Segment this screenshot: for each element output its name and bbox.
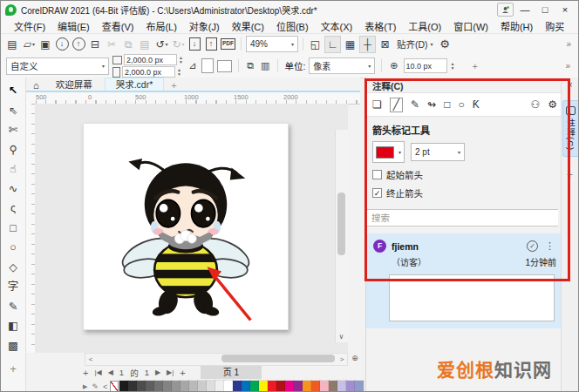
- color-swatch[interactable]: [337, 381, 346, 392]
- comment-item[interactable]: F fjiemn ✓ ⋮ （访客） 1分钟前: [366, 233, 563, 328]
- shape-tool[interactable]: ⇖: [4, 103, 22, 118]
- width-stepper[interactable]: ▲▼: [179, 56, 183, 64]
- paste-button[interactable]: ▤: [138, 37, 153, 52]
- palette-scroll-left-icon[interactable]: <: [101, 382, 109, 391]
- color-swatch[interactable]: [146, 381, 154, 392]
- menu-item[interactable]: 效果(C): [226, 19, 270, 33]
- page-1-tab[interactable]: 页 1: [201, 366, 262, 379]
- color-swatch[interactable]: [215, 381, 224, 392]
- tab-welcome-screen[interactable]: 欢迎屏幕: [45, 78, 103, 91]
- color-swatch[interactable]: [259, 381, 268, 392]
- redo-button[interactable]: ↻▾: [171, 37, 186, 52]
- close-button[interactable]: ×: [556, 3, 574, 17]
- interactive-fill-tool[interactable]: ◧: [4, 318, 22, 334]
- zoom-tool[interactable]: ⚲: [4, 142, 22, 158]
- document-page[interactable]: [83, 123, 289, 330]
- marker-tool-icon[interactable]: ↬: [427, 98, 436, 111]
- polyline-note-tool-icon[interactable]: Ƙ: [473, 98, 480, 111]
- menu-item[interactable]: 文本(X): [315, 19, 359, 33]
- export-button[interactable]: ↑: [204, 37, 219, 52]
- undo-button[interactable]: ↺▾: [154, 37, 169, 52]
- customize-toolbox-button[interactable]: +: [10, 362, 17, 375]
- propertybar-overflow-button[interactable]: »: [562, 61, 573, 71]
- color-swatch[interactable]: [172, 381, 181, 392]
- add-button[interactable]: +: [471, 61, 480, 71]
- vertical-scrollbar[interactable]: ∨: [335, 130, 348, 342]
- toolbar-overflow-button[interactable]: »: [563, 39, 574, 49]
- drawing-canvas[interactable]: ∨: [35, 104, 348, 353]
- all-pages-icon[interactable]: ⧉: [245, 60, 255, 71]
- menu-item[interactable]: 对象(J): [183, 19, 226, 33]
- open-button[interactable]: ▱▾: [22, 37, 37, 52]
- comments-docker-tab[interactable]: 注释(C): [562, 100, 578, 157]
- scroll-right-icon[interactable]: >: [337, 355, 347, 363]
- zoom-scrollbar-icon[interactable]: ⊕: [349, 353, 361, 364]
- units-dropdown[interactable]: 像素 ▾: [309, 57, 375, 74]
- first-page-button[interactable]: |◀: [94, 368, 101, 376]
- menu-item[interactable]: 表格(T): [358, 19, 402, 33]
- menu-item[interactable]: 布局(L): [140, 19, 182, 33]
- resolve-check-icon[interactable]: ✓: [527, 240, 538, 252]
- menu-item[interactable]: 工具(O): [402, 19, 447, 33]
- freehand-tool[interactable]: ∿: [4, 181, 22, 197]
- last-page-button[interactable]: ▶|: [167, 368, 174, 376]
- docker-close-icon[interactable]: ×: [567, 79, 572, 90]
- mesh-fill-tool[interactable]: ▩: [4, 338, 22, 354]
- snap-dropdown[interactable]: 贴齐(D) ▾: [394, 37, 436, 51]
- color-swatch[interactable]: [224, 381, 233, 392]
- page-preset-dropdown[interactable]: 自定义 ▾: [6, 57, 109, 75]
- color-swatch[interactable]: [119, 381, 128, 392]
- color-swatch[interactable]: [346, 381, 355, 392]
- tab-document[interactable]: 哭求.cdr*: [105, 78, 165, 91]
- color-swatch[interactable]: [163, 381, 172, 392]
- crop-tool[interactable]: ✄: [4, 122, 22, 138]
- color-swatch[interactable]: [276, 381, 285, 392]
- arrow-color-dropdown[interactable]: ▾: [372, 141, 405, 163]
- vertical-scrollbar-thumb[interactable]: [337, 193, 345, 255]
- no-fill-swatch[interactable]: [110, 381, 119, 392]
- ellipse-tool[interactable]: ○: [4, 240, 22, 255]
- color-swatch[interactable]: [329, 381, 337, 392]
- publish-pdf-button[interactable]: PDF: [221, 37, 236, 52]
- save-button[interactable]: ▣: [38, 37, 53, 52]
- color-swatch[interactable]: [207, 381, 215, 392]
- color-swatch[interactable]: [320, 381, 329, 392]
- menu-item[interactable]: 文件(F): [8, 19, 51, 33]
- import-button[interactable]: ↓: [187, 37, 202, 52]
- color-swatch[interactable]: [128, 381, 137, 392]
- maximize-button[interactable]: □: [536, 3, 554, 17]
- menu-item[interactable]: 帮助(H): [494, 19, 539, 33]
- cloud-download-button[interactable]: ↓: [55, 37, 70, 52]
- color-swatch[interactable]: [198, 381, 207, 392]
- add-page-button[interactable]: +: [83, 368, 88, 378]
- menu-item[interactable]: 查看(V): [96, 19, 140, 33]
- color-swatch[interactable]: [285, 381, 294, 392]
- add-docker-button[interactable]: +: [567, 169, 573, 181]
- color-swatch[interactable]: [233, 381, 242, 392]
- new-document-button[interactable]: ▤: [5, 37, 20, 52]
- add-note-icon[interactable]: ❏: [372, 98, 382, 111]
- comment-menu-icon[interactable]: ⋮: [543, 240, 556, 252]
- arrow-line-tool-icon[interactable]: ╱: [390, 98, 403, 112]
- color-swatch[interactable]: [268, 381, 276, 392]
- color-swatch[interactable]: [189, 381, 198, 392]
- new-tab-button[interactable]: +: [166, 80, 181, 91]
- pan-tool[interactable]: ☝: [4, 161, 22, 177]
- current-page-icon[interactable]: ▥: [259, 60, 271, 71]
- account-icon[interactable]: [497, 3, 514, 17]
- height-stepper[interactable]: ▲▼: [177, 68, 181, 77]
- pick-tool[interactable]: ↖: [4, 83, 22, 98]
- portrait-button[interactable]: [201, 58, 214, 73]
- menu-item[interactable]: 编辑(E): [51, 19, 96, 33]
- eyedropper-tool[interactable]: ✎: [4, 299, 22, 314]
- page-width-input[interactable]: 2,000.0 px: [124, 54, 177, 65]
- color-swatch[interactable]: [242, 381, 250, 392]
- menu-item[interactable]: 窗口(W): [447, 19, 494, 33]
- nudge-input[interactable]: 10.0 px: [404, 58, 447, 73]
- end-arrow-checkbox[interactable]: ✓: [372, 188, 382, 198]
- color-swatch[interactable]: [311, 381, 320, 392]
- comment-search-input[interactable]: [366, 209, 558, 226]
- comment-reply-box[interactable]: [389, 274, 555, 321]
- color-swatch[interactable]: [355, 381, 364, 392]
- color-swatch[interactable]: [154, 381, 163, 392]
